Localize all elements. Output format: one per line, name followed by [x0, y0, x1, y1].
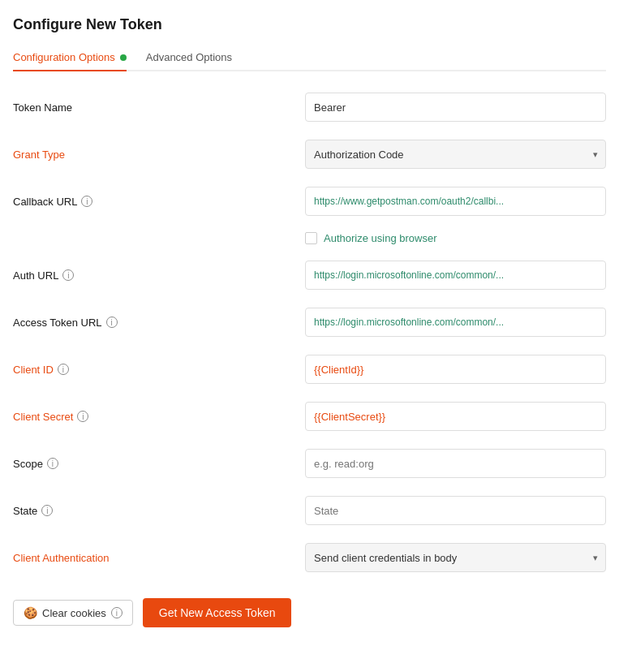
client-secret-label: Client Secret i [13, 411, 305, 423]
auth-url-info-icon[interactable]: i [62, 269, 74, 281]
advanced-tab-label: Advanced Options [146, 51, 232, 63]
client-auth-select[interactable]: Send client credentials in body Send as … [305, 543, 606, 572]
access-token-url-label: Access Token URL i [13, 317, 305, 329]
grant-type-label: Grant Type [13, 149, 305, 161]
client-id-row: Client ID i [13, 353, 606, 386]
callback-url-info-icon[interactable]: i [81, 196, 92, 207]
state-input[interactable] [305, 496, 606, 525]
tab-advanced[interactable]: Advanced Options [146, 45, 232, 70]
scope-info-icon[interactable]: i [47, 458, 58, 469]
tabs-container: Configuration Options Advanced Options [13, 45, 606, 71]
client-auth-select-wrapper: Send client credentials in body Send as … [305, 543, 606, 572]
client-secret-info-icon[interactable]: i [77, 411, 88, 422]
footer: 🍪 Clear cookies i Get New Access Token [13, 598, 606, 627]
configuration-tab-label: Configuration Options [13, 51, 115, 63]
authorize-browser-label[interactable]: Authorize using browser [324, 232, 436, 244]
client-secret-row: Client Secret i [13, 400, 606, 433]
grant-type-select-wrapper: Authorization Code Implicit Password Cre… [305, 140, 606, 169]
callback-url-row: Callback URL i [13, 185, 606, 218]
grant-type-row: Grant Type Authorization Code Implicit P… [13, 138, 606, 170]
auth-url-row: Auth URL i [13, 259, 606, 291]
tab-active-dot [120, 54, 127, 61]
cookie-icon: 🍪 [24, 606, 37, 619]
clear-cookies-label: Clear cookies [42, 607, 106, 619]
client-secret-input[interactable] [305, 402, 606, 431]
client-id-label: Client ID i [13, 364, 305, 376]
tab-configuration[interactable]: Configuration Options [13, 45, 127, 70]
auth-url-input[interactable] [305, 261, 606, 290]
access-token-url-row: Access Token URL i [13, 306, 606, 338]
state-info-icon[interactable]: i [41, 505, 53, 516]
state-row: State i [13, 494, 606, 527]
token-name-input[interactable] [305, 93, 606, 122]
state-label: State i [13, 505, 305, 517]
clear-cookies-button[interactable]: 🍪 Clear cookies i [13, 600, 133, 626]
client-id-input[interactable] [305, 355, 606, 384]
access-token-url-input[interactable] [305, 308, 606, 337]
client-auth-label: Client Authentication [13, 552, 305, 564]
callback-url-label: Callback URL i [13, 196, 305, 208]
auth-url-label: Auth URL i [13, 269, 305, 282]
callback-url-input[interactable] [305, 187, 606, 216]
grant-type-select[interactable]: Authorization Code Implicit Password Cre… [305, 140, 606, 169]
scope-label: Scope i [13, 458, 305, 470]
client-auth-row: Client Authentication Send client creden… [13, 541, 606, 574]
scope-input[interactable] [305, 449, 606, 478]
get-token-button[interactable]: Get New Access Token [143, 598, 292, 627]
token-name-row: Token Name [13, 91, 606, 123]
token-name-label: Token Name [13, 101, 305, 114]
access-token-url-info-icon[interactable]: i [106, 317, 118, 328]
clear-cookies-info-icon[interactable]: i [111, 607, 123, 618]
scope-row: Scope i [13, 447, 606, 480]
client-id-info-icon[interactable]: i [58, 364, 69, 375]
authorize-browser-checkbox[interactable] [305, 232, 317, 244]
authorize-browser-row: Authorize using browser [305, 232, 606, 244]
page-title: Configure New Token [13, 16, 606, 33]
